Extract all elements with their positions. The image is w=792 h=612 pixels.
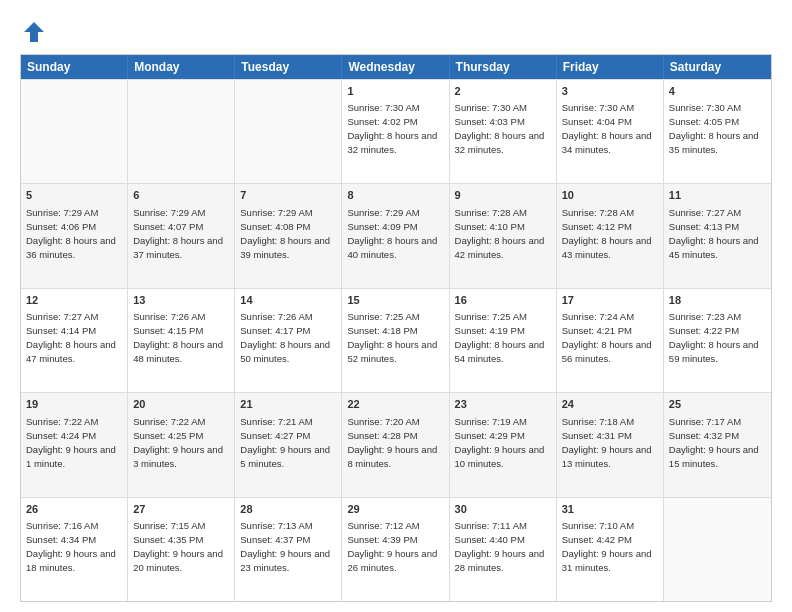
- day-number: 14: [240, 293, 336, 308]
- cal-cell-4-1: 27Sunrise: 7:15 AM Sunset: 4:35 PM Dayli…: [128, 498, 235, 601]
- cal-cell-1-3: 8Sunrise: 7:29 AM Sunset: 4:09 PM Daylig…: [342, 184, 449, 287]
- cal-cell-2-0: 12Sunrise: 7:27 AM Sunset: 4:14 PM Dayli…: [21, 289, 128, 392]
- cal-cell-0-4: 2Sunrise: 7:30 AM Sunset: 4:03 PM Daylig…: [450, 80, 557, 183]
- cell-text: Sunrise: 7:29 AM Sunset: 4:07 PM Dayligh…: [133, 207, 223, 260]
- cell-text: Sunrise: 7:20 AM Sunset: 4:28 PM Dayligh…: [347, 416, 437, 469]
- cal-cell-1-2: 7Sunrise: 7:29 AM Sunset: 4:08 PM Daylig…: [235, 184, 342, 287]
- cell-text: Sunrise: 7:19 AM Sunset: 4:29 PM Dayligh…: [455, 416, 545, 469]
- cell-text: Sunrise: 7:29 AM Sunset: 4:06 PM Dayligh…: [26, 207, 116, 260]
- cell-text: Sunrise: 7:13 AM Sunset: 4:37 PM Dayligh…: [240, 520, 330, 573]
- day-number: 7: [240, 188, 336, 203]
- header-day-wednesday: Wednesday: [342, 55, 449, 79]
- day-number: 19: [26, 397, 122, 412]
- day-number: 3: [562, 84, 658, 99]
- day-number: 4: [669, 84, 766, 99]
- cal-cell-3-0: 19Sunrise: 7:22 AM Sunset: 4:24 PM Dayli…: [21, 393, 128, 496]
- svg-marker-0: [24, 22, 44, 42]
- cell-text: Sunrise: 7:27 AM Sunset: 4:14 PM Dayligh…: [26, 311, 116, 364]
- day-number: 9: [455, 188, 551, 203]
- day-number: 23: [455, 397, 551, 412]
- day-number: 28: [240, 502, 336, 517]
- cal-cell-3-1: 20Sunrise: 7:22 AM Sunset: 4:25 PM Dayli…: [128, 393, 235, 496]
- day-number: 10: [562, 188, 658, 203]
- cell-text: Sunrise: 7:16 AM Sunset: 4:34 PM Dayligh…: [26, 520, 116, 573]
- cell-text: Sunrise: 7:30 AM Sunset: 4:04 PM Dayligh…: [562, 102, 652, 155]
- day-number: 15: [347, 293, 443, 308]
- cal-row-3: 19Sunrise: 7:22 AM Sunset: 4:24 PM Dayli…: [21, 392, 771, 496]
- logo: [20, 18, 52, 46]
- day-number: 25: [669, 397, 766, 412]
- cal-cell-4-4: 30Sunrise: 7:11 AM Sunset: 4:40 PM Dayli…: [450, 498, 557, 601]
- cal-row-2: 12Sunrise: 7:27 AM Sunset: 4:14 PM Dayli…: [21, 288, 771, 392]
- cal-cell-4-6: [664, 498, 771, 601]
- cal-cell-0-1: [128, 80, 235, 183]
- cal-cell-0-3: 1Sunrise: 7:30 AM Sunset: 4:02 PM Daylig…: [342, 80, 449, 183]
- cell-text: Sunrise: 7:23 AM Sunset: 4:22 PM Dayligh…: [669, 311, 759, 364]
- cell-text: Sunrise: 7:29 AM Sunset: 4:08 PM Dayligh…: [240, 207, 330, 260]
- cal-cell-1-5: 10Sunrise: 7:28 AM Sunset: 4:12 PM Dayli…: [557, 184, 664, 287]
- cal-cell-3-3: 22Sunrise: 7:20 AM Sunset: 4:28 PM Dayli…: [342, 393, 449, 496]
- day-number: 29: [347, 502, 443, 517]
- cell-text: Sunrise: 7:18 AM Sunset: 4:31 PM Dayligh…: [562, 416, 652, 469]
- cal-cell-3-4: 23Sunrise: 7:19 AM Sunset: 4:29 PM Dayli…: [450, 393, 557, 496]
- cal-cell-2-4: 16Sunrise: 7:25 AM Sunset: 4:19 PM Dayli…: [450, 289, 557, 392]
- calendar: SundayMondayTuesdayWednesdayThursdayFrid…: [20, 54, 772, 602]
- cell-text: Sunrise: 7:22 AM Sunset: 4:24 PM Dayligh…: [26, 416, 116, 469]
- cell-text: Sunrise: 7:26 AM Sunset: 4:17 PM Dayligh…: [240, 311, 330, 364]
- day-number: 13: [133, 293, 229, 308]
- header-day-friday: Friday: [557, 55, 664, 79]
- cal-cell-1-4: 9Sunrise: 7:28 AM Sunset: 4:10 PM Daylig…: [450, 184, 557, 287]
- cal-cell-2-1: 13Sunrise: 7:26 AM Sunset: 4:15 PM Dayli…: [128, 289, 235, 392]
- cal-cell-0-5: 3Sunrise: 7:30 AM Sunset: 4:04 PM Daylig…: [557, 80, 664, 183]
- cell-text: Sunrise: 7:17 AM Sunset: 4:32 PM Dayligh…: [669, 416, 759, 469]
- header-day-thursday: Thursday: [450, 55, 557, 79]
- calendar-body: 1Sunrise: 7:30 AM Sunset: 4:02 PM Daylig…: [21, 79, 771, 601]
- cell-text: Sunrise: 7:21 AM Sunset: 4:27 PM Dayligh…: [240, 416, 330, 469]
- cal-cell-1-1: 6Sunrise: 7:29 AM Sunset: 4:07 PM Daylig…: [128, 184, 235, 287]
- cell-text: Sunrise: 7:15 AM Sunset: 4:35 PM Dayligh…: [133, 520, 223, 573]
- day-number: 27: [133, 502, 229, 517]
- header-day-monday: Monday: [128, 55, 235, 79]
- cal-cell-2-6: 18Sunrise: 7:23 AM Sunset: 4:22 PM Dayli…: [664, 289, 771, 392]
- header-day-saturday: Saturday: [664, 55, 771, 79]
- cell-text: Sunrise: 7:22 AM Sunset: 4:25 PM Dayligh…: [133, 416, 223, 469]
- day-number: 6: [133, 188, 229, 203]
- cal-cell-0-0: [21, 80, 128, 183]
- day-number: 26: [26, 502, 122, 517]
- cell-text: Sunrise: 7:10 AM Sunset: 4:42 PM Dayligh…: [562, 520, 652, 573]
- header-day-sunday: Sunday: [21, 55, 128, 79]
- cell-text: Sunrise: 7:24 AM Sunset: 4:21 PM Dayligh…: [562, 311, 652, 364]
- day-number: 31: [562, 502, 658, 517]
- day-number: 24: [562, 397, 658, 412]
- cell-text: Sunrise: 7:25 AM Sunset: 4:18 PM Dayligh…: [347, 311, 437, 364]
- cell-text: Sunrise: 7:12 AM Sunset: 4:39 PM Dayligh…: [347, 520, 437, 573]
- cal-cell-1-6: 11Sunrise: 7:27 AM Sunset: 4:13 PM Dayli…: [664, 184, 771, 287]
- header-day-tuesday: Tuesday: [235, 55, 342, 79]
- cell-text: Sunrise: 7:11 AM Sunset: 4:40 PM Dayligh…: [455, 520, 545, 573]
- day-number: 30: [455, 502, 551, 517]
- cal-cell-0-6: 4Sunrise: 7:30 AM Sunset: 4:05 PM Daylig…: [664, 80, 771, 183]
- cal-cell-4-5: 31Sunrise: 7:10 AM Sunset: 4:42 PM Dayli…: [557, 498, 664, 601]
- day-number: 20: [133, 397, 229, 412]
- cal-cell-3-5: 24Sunrise: 7:18 AM Sunset: 4:31 PM Dayli…: [557, 393, 664, 496]
- logo-icon: [20, 18, 48, 46]
- day-number: 22: [347, 397, 443, 412]
- cell-text: Sunrise: 7:30 AM Sunset: 4:05 PM Dayligh…: [669, 102, 759, 155]
- day-number: 2: [455, 84, 551, 99]
- cell-text: Sunrise: 7:29 AM Sunset: 4:09 PM Dayligh…: [347, 207, 437, 260]
- cell-text: Sunrise: 7:27 AM Sunset: 4:13 PM Dayligh…: [669, 207, 759, 260]
- day-number: 8: [347, 188, 443, 203]
- cell-text: Sunrise: 7:30 AM Sunset: 4:02 PM Dayligh…: [347, 102, 437, 155]
- cal-cell-4-3: 29Sunrise: 7:12 AM Sunset: 4:39 PM Dayli…: [342, 498, 449, 601]
- day-number: 16: [455, 293, 551, 308]
- day-number: 1: [347, 84, 443, 99]
- cal-cell-4-0: 26Sunrise: 7:16 AM Sunset: 4:34 PM Dayli…: [21, 498, 128, 601]
- cal-cell-0-2: [235, 80, 342, 183]
- cal-cell-1-0: 5Sunrise: 7:29 AM Sunset: 4:06 PM Daylig…: [21, 184, 128, 287]
- day-number: 5: [26, 188, 122, 203]
- day-number: 12: [26, 293, 122, 308]
- day-number: 11: [669, 188, 766, 203]
- cal-cell-3-6: 25Sunrise: 7:17 AM Sunset: 4:32 PM Dayli…: [664, 393, 771, 496]
- cell-text: Sunrise: 7:30 AM Sunset: 4:03 PM Dayligh…: [455, 102, 545, 155]
- cell-text: Sunrise: 7:25 AM Sunset: 4:19 PM Dayligh…: [455, 311, 545, 364]
